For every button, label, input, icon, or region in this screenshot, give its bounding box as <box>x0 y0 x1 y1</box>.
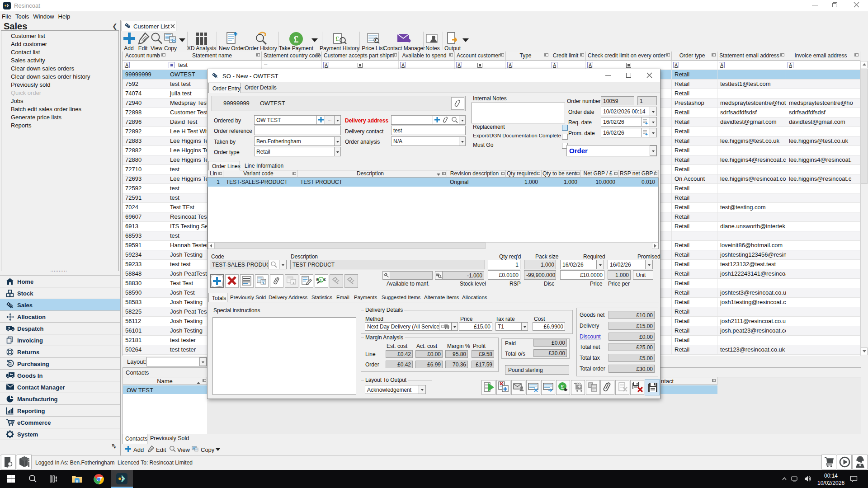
svg-text:£: £ <box>294 33 299 45</box>
svg-text:£: £ <box>335 35 339 42</box>
svg-text:s: s <box>316 277 318 282</box>
svg-text:£: £ <box>320 278 322 282</box>
svg-text:£: £ <box>561 383 564 390</box>
svg-text:€: € <box>324 277 326 282</box>
